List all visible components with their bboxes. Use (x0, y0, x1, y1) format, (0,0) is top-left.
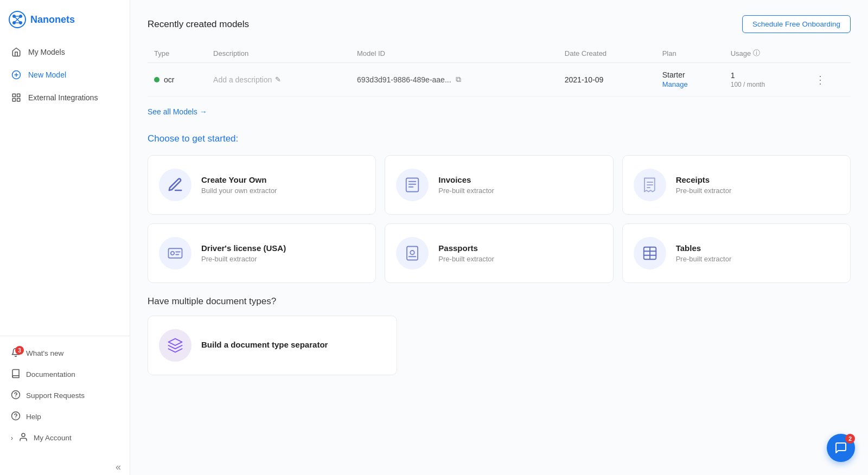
svg-point-29 (171, 252, 174, 255)
svg-rect-32 (407, 247, 418, 260)
sidebar-item-documentation[interactable]: Documentation (4, 364, 125, 385)
sidebar-collapse: « (0, 457, 130, 475)
sidebar-bottom: 3 What's new Documentation Support Reque… (0, 336, 130, 457)
nanonets-logo-icon (9, 11, 26, 28)
status-indicator (154, 77, 159, 82)
collapse-icon[interactable]: « (116, 461, 121, 473)
col-plan: Plan (656, 44, 724, 63)
svg-rect-14 (12, 99, 15, 101)
main-content: Recently created models Schedule Free On… (130, 0, 868, 475)
sidebar-logo: Nanonets (0, 0, 130, 41)
models-table: Type Description Model ID Date Created P… (148, 44, 851, 97)
card-tables[interactable]: Tables Pre-built extractor (622, 223, 851, 283)
cards-grid: Create Your Own Build your own extractor… (148, 155, 851, 283)
card-title: Passports (438, 243, 494, 253)
sidebar: Nanonets My Models New Model (0, 0, 130, 475)
card-title: Receipts (676, 175, 732, 184)
svg-rect-15 (17, 99, 20, 101)
svg-rect-21 (406, 178, 419, 192)
card-create-your-own[interactable]: Create Your Own Build your own extractor (148, 155, 376, 215)
chat-button[interactable]: 2 (827, 434, 855, 462)
card-subtitle: Pre-built extractor (676, 187, 732, 195)
sidebar-item-label: My Models (28, 48, 65, 56)
sidebar-item-new-model[interactable]: New Model (4, 64, 125, 86)
col-model-id: Model ID (350, 44, 558, 63)
sidebar-item-support-requests[interactable]: Support Requests (4, 385, 125, 406)
invoice-icon (404, 177, 420, 193)
card-passports[interactable]: Passports Pre-built extractor (385, 223, 613, 283)
table-row: ocr Add a description ✎ 693d3d91-9886-48… (148, 63, 851, 97)
see-all-models-link[interactable]: See all Models → (148, 107, 207, 116)
svg-point-20 (22, 433, 25, 437)
separator-card-content: Build a document type separator (201, 340, 328, 351)
invoices-icon-wrap (396, 169, 429, 201)
table-head: Type Description Model ID Date Created P… (148, 44, 851, 63)
svg-rect-13 (17, 94, 20, 97)
separator-card[interactable]: Build a document type separator (148, 316, 397, 375)
model-type: ocr (164, 75, 174, 84)
sidebar-item-my-models[interactable]: My Models (4, 41, 125, 63)
passport-icon (404, 245, 420, 261)
license-icon (167, 245, 183, 261)
chevron-right-icon: › (11, 434, 13, 442)
card-subtitle: Pre-built extractor (201, 255, 286, 263)
sidebar-item-external-integrations[interactable]: External Integrations (4, 87, 125, 108)
col-type: Type (148, 44, 207, 63)
more-icon[interactable]: ⋮ (815, 74, 826, 86)
pencil-icon (167, 177, 183, 193)
sidebar-item-my-account[interactable]: › My Account (4, 427, 125, 448)
card-drivers-license-content: Driver's license (USA) Pre-built extract… (201, 243, 286, 263)
sidebar-item-help[interactable]: Help (4, 406, 125, 427)
edit-icon[interactable]: ✎ (275, 75, 281, 84)
card-invoices[interactable]: Invoices Pre-built extractor (385, 155, 613, 215)
card-subtitle: Pre-built extractor (438, 187, 494, 195)
plan-name: Starter (662, 70, 718, 79)
card-title: Tables (676, 243, 732, 253)
card-invoices-content: Invoices Pre-built extractor (438, 175, 494, 195)
usage-cell: 1 100 / month (724, 63, 808, 97)
date-created-cell: 2021-10-09 (558, 63, 656, 97)
copy-icon[interactable]: ⧉ (456, 75, 461, 84)
sidebar-item-whats-new[interactable]: 3 What's new (4, 343, 125, 364)
user-icon (18, 432, 28, 444)
svg-point-33 (411, 251, 415, 255)
help-circle-icon (11, 411, 21, 422)
card-subtitle: Pre-built extractor (676, 255, 732, 263)
model-id-cell: 693d3d91-9886-489e-aae... ⧉ (350, 63, 558, 97)
tables-icon-wrap (634, 237, 666, 269)
card-drivers-license[interactable]: Driver's license (USA) Pre-built extract… (148, 223, 376, 283)
grid-icon (11, 92, 22, 103)
card-passports-content: Passports Pre-built extractor (438, 243, 494, 263)
separator-card-title: Build a document type separator (201, 340, 328, 349)
card-subtitle: Build your own extractor (201, 187, 277, 195)
sidebar-item-label: New Model (28, 70, 66, 79)
description-cell: Add a description ✎ (207, 63, 350, 97)
separator-icon (167, 337, 183, 354)
license-icon-wrap (159, 237, 192, 269)
sidebar-item-label: External Integrations (28, 93, 98, 102)
home-icon (11, 47, 22, 57)
sidebar-item-label: What's new (26, 349, 63, 357)
sidebar-item-label: Documentation (26, 370, 75, 378)
plus-circle-icon (11, 69, 22, 80)
usage-limit: 100 / month (731, 81, 802, 88)
question-circle-icon (11, 390, 21, 401)
info-icon: ⓘ (753, 48, 760, 58)
sidebar-item-label: My Account (34, 434, 72, 442)
description-text[interactable]: Add a description (213, 75, 272, 84)
card-title: Create Your Own (201, 175, 277, 184)
create-your-own-icon-wrap (159, 169, 192, 201)
card-create-your-own-content: Create Your Own Build your own extractor (201, 175, 277, 195)
sidebar-nav: My Models New Model External Integration… (0, 41, 130, 336)
manage-link[interactable]: Manage (662, 80, 718, 88)
card-title: Driver's license (USA) (201, 243, 286, 253)
receipt-icon (642, 177, 658, 193)
table-icon (642, 245, 658, 261)
book-icon (11, 369, 21, 380)
card-receipts[interactable]: Receipts Pre-built extractor (622, 155, 851, 215)
multiple-doc-title: Have multiple document types? (148, 296, 851, 307)
schedule-onboarding-button[interactable]: Schedule Free Onboarding (742, 15, 851, 33)
usage-count: 1 (731, 71, 802, 80)
plan-cell: Starter Manage (656, 63, 724, 97)
card-title: Invoices (438, 175, 494, 184)
